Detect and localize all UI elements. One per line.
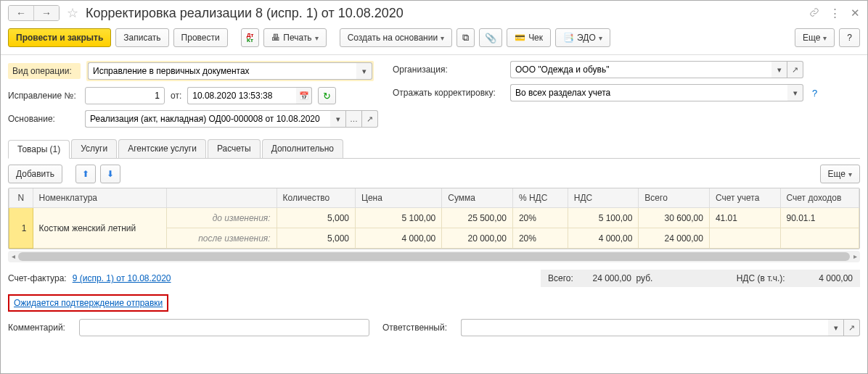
basis-dropdown[interactable]: ▾: [330, 110, 346, 128]
basis-label: Основание:: [8, 114, 79, 124]
move-down-button[interactable]: ⬇: [100, 165, 120, 183]
th-change: [166, 188, 277, 208]
basis-input[interactable]: [85, 110, 330, 128]
cell-income-before[interactable]: 90.01.1: [780, 208, 859, 228]
cell-name[interactable]: Костюм женский летний: [33, 208, 166, 249]
cell-qty-before[interactable]: 5,000: [277, 208, 355, 228]
invoice-label: Счет-фактура:: [8, 273, 67, 283]
totals-box: Всего: 24 000,00 руб. НДС (в т.ч.): 4 00…: [541, 270, 860, 287]
dtkt-icon: ДтКт: [247, 33, 254, 43]
paperclip-icon: 📎: [485, 33, 496, 43]
attach-button[interactable]: 📎: [479, 28, 502, 47]
responsible-input[interactable]: [461, 319, 828, 336]
th-n[interactable]: N: [9, 188, 33, 208]
corr-num-input[interactable]: [85, 87, 165, 104]
th-sum[interactable]: Сумма: [442, 188, 513, 208]
tab-additional[interactable]: Дополнительно: [262, 139, 343, 158]
create-based-button[interactable]: Создать на основании: [340, 28, 453, 47]
scroll-right-icon[interactable]: ▸: [850, 251, 860, 262]
cell-qty-after[interactable]: 5,000: [277, 228, 355, 249]
org-dropdown[interactable]: ▾: [771, 61, 787, 78]
tab-services[interactable]: Услуги: [71, 139, 117, 158]
tab-calculations[interactable]: Расчеты: [208, 139, 261, 158]
th-vat-pct[interactable]: % НДС: [512, 188, 568, 208]
org-open[interactable]: ↗: [787, 61, 803, 78]
cash-register-icon: 💳: [515, 33, 525, 43]
more-menu-icon[interactable]: ⋮: [830, 7, 840, 20]
tab-goods[interactable]: Товары (1): [8, 140, 70, 159]
cell-price-after[interactable]: 4 000,00: [356, 228, 442, 249]
edo-button[interactable]: 📑 ЭДО: [555, 28, 610, 47]
cell-sum-before[interactable]: 25 500,00: [442, 208, 513, 228]
table-row[interactable]: 1 Костюм женский летний до изменения: 5,…: [9, 208, 859, 228]
close-icon[interactable]: ✕: [851, 7, 860, 20]
help-button[interactable]: ?: [839, 28, 860, 47]
th-vat[interactable]: НДС: [568, 188, 639, 208]
responsible-dropdown[interactable]: ▾: [828, 319, 844, 336]
toolbar-more-button[interactable]: Еще: [795, 28, 835, 47]
th-price[interactable]: Цена: [356, 188, 442, 208]
reflect-label: Отражать корректировку:: [393, 88, 504, 98]
date-input[interactable]: [187, 87, 296, 104]
org-input[interactable]: [510, 61, 771, 78]
calendar-button[interactable]: 📅: [296, 87, 312, 104]
before-label: до изменения:: [166, 208, 277, 228]
basis-more[interactable]: …: [346, 110, 362, 128]
move-up-button[interactable]: ⬆: [75, 165, 96, 183]
edo-icon: 📑: [563, 33, 574, 43]
op-type-input[interactable]: [88, 62, 356, 80]
nav-forward-button[interactable]: →: [34, 6, 59, 20]
th-total[interactable]: Всего: [639, 188, 710, 208]
cell-acc-before[interactable]: 41.01: [709, 208, 780, 228]
nav-back-button[interactable]: ←: [9, 6, 34, 20]
th-name[interactable]: Номенклатура: [33, 188, 166, 208]
cell-sum-after[interactable]: 20 000,00: [442, 228, 513, 249]
save-button[interactable]: Записать: [115, 28, 168, 47]
after-label: после изменения:: [166, 228, 277, 249]
check-button[interactable]: 💳 Чек: [507, 28, 551, 47]
cell-vat-after[interactable]: 4 000,00: [568, 228, 639, 249]
basis-open[interactable]: ↗: [362, 110, 378, 128]
cell-vatpct-after[interactable]: 20%: [512, 228, 568, 249]
th-income[interactable]: Счет доходов: [780, 188, 859, 208]
th-acc[interactable]: Счет учета: [709, 188, 780, 208]
cell-income-after[interactable]: [780, 228, 859, 249]
from-label: от:: [171, 91, 181, 101]
th-qty[interactable]: Количество: [277, 188, 355, 208]
status-link[interactable]: Ожидается подтверждение отправки: [14, 298, 163, 308]
invoice-link[interactable]: 9 (испр. 1) от 10.08.2020: [73, 273, 171, 283]
link-icon[interactable]: [809, 7, 819, 20]
cell-price-before[interactable]: 5 100,00: [356, 208, 442, 228]
comment-label: Комментарий:: [8, 323, 73, 333]
cell-vatpct-before[interactable]: 20%: [512, 208, 568, 228]
cell-total-before[interactable]: 30 600,00: [639, 208, 710, 228]
tab-agent-services[interactable]: Агентские услуги: [118, 139, 206, 158]
printer-icon: 🖶: [271, 33, 280, 43]
scroll-left-icon[interactable]: ◂: [8, 251, 18, 262]
goods-table: N Номенклатура Количество Цена Сумма % Н…: [8, 188, 860, 249]
post-and-close-button[interactable]: Провести и закрыть: [8, 28, 111, 47]
add-row-button[interactable]: Добавить: [8, 165, 62, 183]
horizontal-scrollbar[interactable]: ◂ ▸: [8, 251, 860, 262]
post-button[interactable]: Провести: [173, 28, 228, 47]
dtkt-button[interactable]: ДтКт: [241, 28, 260, 47]
cell-vat-before[interactable]: 5 100,00: [568, 208, 639, 228]
reflect-dropdown[interactable]: ▾: [787, 84, 803, 101]
favorite-star-icon[interactable]: ☆: [67, 5, 78, 21]
op-type-dropdown[interactable]: ▾: [356, 62, 372, 80]
structure-button[interactable]: ⧉: [456, 28, 475, 47]
responsible-label: Ответственный:: [382, 323, 455, 333]
reflect-input[interactable]: [510, 84, 787, 101]
sub-more-button[interactable]: Еще: [820, 165, 860, 183]
cell-acc-after[interactable]: [709, 228, 780, 249]
print-button[interactable]: 🖶 Печать: [263, 28, 326, 47]
comment-input[interactable]: [79, 319, 369, 336]
arrow-down-icon: ⬇: [107, 169, 114, 179]
responsible-open[interactable]: ↗: [844, 319, 860, 336]
refresh-button[interactable]: ↻: [318, 87, 336, 104]
page-title: Корректировка реализации 8 (испр. 1) от …: [86, 6, 404, 21]
cell-total-after[interactable]: 24 000,00: [639, 228, 710, 249]
help-icon[interactable]: ?: [812, 88, 817, 99]
op-type-label: Вид операции:: [8, 63, 81, 79]
structure-icon: ⧉: [462, 32, 469, 43]
